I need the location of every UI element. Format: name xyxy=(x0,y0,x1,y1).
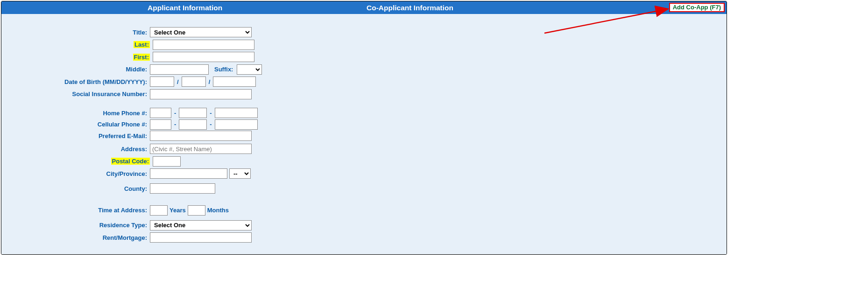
postal-code-input[interactable] xyxy=(153,156,181,167)
rent-mortgage-label: Rent/Mortgage: xyxy=(1,234,150,241)
dob-sep1: / xyxy=(176,78,180,85)
suffix-select[interactable] xyxy=(237,64,262,75)
dob-day-input[interactable] xyxy=(182,77,206,87)
cell-phone-line-input[interactable] xyxy=(215,119,258,130)
email-input[interactable] xyxy=(150,131,252,141)
years-label: Years xyxy=(169,207,186,214)
middle-name-label: Middle: xyxy=(1,66,150,73)
cp-sep1: - xyxy=(173,121,177,128)
home-phone-label: Home Phone #: xyxy=(1,110,150,117)
sin-input[interactable] xyxy=(150,89,252,99)
dob-month-input[interactable] xyxy=(150,77,174,87)
months-at-address-input[interactable] xyxy=(188,205,205,216)
header-bar: Applicant Information Co-Applicant Infor… xyxy=(1,1,727,14)
county-input[interactable] xyxy=(150,183,215,194)
province-select[interactable]: -- xyxy=(229,168,251,179)
applicant-info-header: Applicant Information xyxy=(148,4,222,12)
address-label: Address: xyxy=(1,146,150,153)
home-phone-prefix-input[interactable] xyxy=(179,108,207,118)
home-phone-line-input[interactable] xyxy=(215,108,258,118)
rent-mortgage-input[interactable] xyxy=(150,232,252,243)
first-name-label: First: xyxy=(1,54,150,61)
add-co-app-button[interactable]: Add Co-App (F7) xyxy=(669,3,725,12)
county-label: County: xyxy=(1,185,150,192)
dob-year-input[interactable] xyxy=(213,77,256,87)
middle-name-input[interactable] xyxy=(150,64,209,75)
cell-phone-label: Cellular Phone #: xyxy=(1,121,150,128)
email-label: Preferred E-Mail: xyxy=(1,133,150,140)
last-name-label: Last: xyxy=(1,41,150,48)
months-label: Months xyxy=(207,207,229,214)
cell-phone-prefix-input[interactable] xyxy=(179,119,207,130)
title-label: Title: xyxy=(1,29,150,36)
postal-code-label: Postal Code: xyxy=(1,158,150,165)
sin-label: Social Insurance Number: xyxy=(1,91,150,98)
suffix-label: Suffix: xyxy=(211,66,235,73)
cell-phone-area-input[interactable] xyxy=(150,119,171,130)
home-phone-area-input[interactable] xyxy=(150,108,171,118)
residence-type-label: Residence Type: xyxy=(1,222,150,229)
address-input[interactable] xyxy=(150,144,252,154)
coapplicant-info-header: Co-Applicant Information xyxy=(367,4,453,12)
title-select[interactable]: Select One xyxy=(150,27,252,37)
dob-label: Date of Birth (MM/DD/YYYY): xyxy=(1,78,150,85)
cp-sep2: - xyxy=(209,121,212,128)
app-container: Applicant Information Co-Applicant Infor… xyxy=(1,1,727,255)
hp-sep2: - xyxy=(209,110,212,117)
time-at-address-label: Time at Address: xyxy=(1,207,150,214)
residence-type-select[interactable]: Select One xyxy=(150,220,252,230)
city-province-label: City/Province: xyxy=(1,170,150,177)
hp-sep1: - xyxy=(173,110,177,117)
first-name-input[interactable] xyxy=(153,52,254,62)
city-input[interactable] xyxy=(150,168,227,179)
dob-sep2: / xyxy=(208,78,212,85)
form-area: Title: Select One Last: First: Middle: xyxy=(1,14,727,254)
years-at-address-input[interactable] xyxy=(150,205,168,216)
last-name-input[interactable] xyxy=(153,40,254,50)
